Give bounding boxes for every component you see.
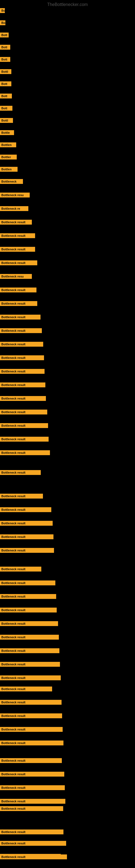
bar-label: Bottleneck result — [0, 287, 37, 292]
bar-item: Bottleneck result — [0, 799, 65, 805]
bar-label: Bottleneck result — [0, 785, 65, 790]
bar-label: Bottleneck result — [0, 741, 63, 745]
bar-label: Bottleneck result — [0, 548, 54, 553]
bar-label: Bottleneck result — [0, 315, 41, 319]
bar-label: Bottleneck result — [0, 437, 49, 442]
bar-label: Bottleneck result — [0, 830, 63, 834]
bar-item: Bottleneck result — [0, 785, 65, 791]
bar-label: Bottleneck result — [0, 727, 63, 732]
bar-label: Bo — [0, 8, 5, 13]
bar-label: Bottlen — [0, 167, 17, 172]
bar-label: Bott — [0, 45, 10, 50]
bar-item: Bottleneck result — [0, 328, 42, 334]
bar-item: Bottleneck result — [0, 727, 63, 733]
bar-label: Bottleneck result — [0, 567, 41, 571]
bar-item: Bottleneck result — [0, 247, 35, 253]
bar-item: Bottleneck result — [0, 855, 67, 860]
bar-item: Bottleneck result — [0, 355, 44, 361]
bar-label: Bottl — [0, 118, 13, 123]
bar-item: Bottleneck result — [0, 521, 53, 527]
bar-label: Bott — [0, 33, 9, 37]
bar-label: Bottleneck result — [0, 841, 66, 846]
bar-label: Bottleneck result — [0, 581, 55, 585]
bar-label: Bottleneck result — [0, 621, 58, 626]
bar-item: Bottleneck result — [0, 396, 46, 402]
bar-item: Bottleneck result — [0, 662, 60, 668]
bar-label: Bottleneck — [0, 179, 23, 184]
bar-item: Bottleneck result — [0, 594, 56, 600]
bar-item: Bottleneck — [0, 179, 23, 185]
bar-label: Bottleneck result — [0, 675, 61, 680]
site-title: TheBottlenecker.com — [0, 0, 135, 8]
bar-label: Bottleneck result — [0, 233, 35, 238]
bar-label: Bottleneck result — [0, 342, 43, 347]
bar-label: Bottleneck result — [0, 700, 61, 705]
bar-label: Bottleneck resu — [0, 193, 30, 197]
bar-item: Bott — [0, 106, 12, 112]
bar-item: Bottl — [0, 69, 11, 75]
bar-label: Bottleneck result — [0, 713, 62, 718]
bar-item: Bottleneck result — [0, 648, 59, 654]
bar-item: Bottleneck resu — [0, 193, 30, 198]
bar-item: Bottler — [0, 155, 17, 161]
bar-item: Bottleneck result — [0, 423, 48, 429]
bar-item: Bottleneck result — [0, 581, 55, 586]
bar-item: Bottleneck result — [0, 494, 43, 500]
bar-item: Bottleneck result — [0, 741, 63, 746]
bar-label: Bottleneck result — [0, 635, 59, 640]
bar-label: Bottleneck result — [0, 648, 59, 653]
bar-item: Bottleneck result — [0, 841, 66, 847]
bar-label: Bott — [0, 106, 12, 111]
bar-label: Bottleneck result — [0, 662, 60, 667]
bar-item: Bottleneck result — [0, 410, 47, 415]
bar-label: Bott — [0, 94, 12, 98]
bar-label: Bottleneck result — [0, 247, 35, 252]
bar-item: Bottleneck result — [0, 713, 62, 719]
bar-item: Bottleneck result — [0, 220, 32, 226]
bar-label: Bottleneck result — [0, 534, 53, 539]
bar-item: Bott — [0, 82, 11, 87]
bar-item: Bottle — [0, 130, 14, 136]
bar-label: Bottleneck result — [0, 806, 63, 811]
bar-label: Bottleneck result — [0, 686, 52, 691]
bar-label: Bottle — [0, 130, 14, 135]
bar-item: Bott — [0, 33, 9, 38]
bar-item: Bottleneck result — [0, 700, 61, 706]
bar-label: Bottlen — [0, 143, 16, 147]
bar-item: Bottleneck result — [0, 534, 53, 540]
bar-label: Bottleneck result — [0, 220, 32, 225]
bar-item: Bottleneck result — [0, 567, 41, 572]
bar-item: Bottleneck result — [0, 772, 64, 778]
bar-item: Bottleneck result — [0, 830, 63, 835]
bar-item: Bottleneck result — [0, 382, 45, 389]
bar-label: Bottleneck result — [0, 301, 37, 306]
bar-item: Bottleneck result — [0, 470, 41, 476]
bar-item: Bottleneck result — [0, 437, 49, 443]
bar-item: Bottleneck re — [0, 206, 28, 212]
bar-label: Bottleneck result — [0, 396, 46, 401]
bar-item: Bo — [0, 8, 5, 14]
bar-label: Bo — [0, 20, 5, 25]
bar-item: Bott — [0, 57, 10, 63]
bar-label: Bottleneck result — [0, 355, 44, 360]
bar-item: Bottleneck result — [0, 507, 51, 513]
bar-label: Bottleneck result — [0, 494, 43, 499]
bar-item: Bott — [0, 94, 12, 99]
bar-item: Bottleneck result — [0, 260, 37, 267]
bar-label: Bott — [0, 82, 11, 86]
bar-item: Bottleneck result — [0, 233, 35, 239]
bar-label: Bottleneck result — [0, 772, 64, 777]
bar-label: Bottleneck result — [0, 369, 45, 374]
bar-item: Bottlen — [0, 167, 17, 173]
bar-item: Bottleneck result — [0, 621, 58, 627]
bar-item: Bottleneck result — [0, 315, 41, 321]
bar-label: Bottleneck result — [0, 855, 67, 859]
bar-label: Bottleneck result — [0, 799, 65, 804]
bar-label: Bottleneck result — [0, 594, 56, 599]
bar-label: Bottleneck result — [0, 423, 48, 428]
bar-item: Bottleneck resu — [0, 274, 32, 280]
bar-label: Bottleneck result — [0, 507, 51, 512]
bar-label: Bottler — [0, 155, 17, 159]
bar-item: Bo — [0, 20, 5, 26]
bar-item: Bottleneck result — [0, 287, 37, 293]
